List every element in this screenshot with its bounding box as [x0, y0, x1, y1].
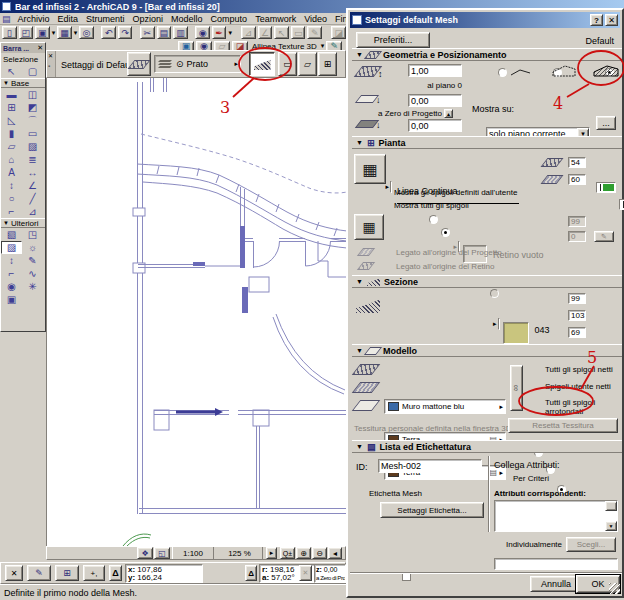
- edge-pen-field[interactable]: 54: [568, 157, 586, 168]
- allinea-dropdown-icon[interactable]: ▾: [321, 42, 325, 50]
- menu-strumenti[interactable]: Strumenti: [82, 14, 129, 24]
- coord-grid-button[interactable]: ⊞: [55, 565, 79, 581]
- delta-xy-button[interactable]: Δ: [109, 565, 122, 581]
- circle-tool[interactable]: ○: [1, 192, 22, 205]
- cut-button[interactable]: ✂: [140, 26, 155, 39]
- menu-computo[interactable]: Computo: [207, 14, 252, 24]
- marker-tool[interactable]: ⊿: [22, 205, 43, 218]
- section-modello-header[interactable]: ▼ Modello: [352, 344, 622, 357]
- column-tool[interactable]: ▮: [1, 127, 22, 140]
- wall-tool[interactable]: ▬: [1, 88, 22, 101]
- link-materials-button[interactable]: ∞: [510, 365, 523, 411]
- dimension2-tool[interactable]: ↕: [1, 254, 22, 267]
- section-pianta-header[interactable]: ▼ ⊞ Pianta: [352, 136, 622, 149]
- mesh-tool-active[interactable]: ▨: [1, 241, 22, 254]
- wand-tool-icon[interactable]: ↖: [274, 26, 289, 39]
- zoom-rect-button[interactable]: ◱: [154, 547, 170, 559]
- next-arrow-icon[interactable]: ▸: [266, 547, 277, 559]
- scale-indicator[interactable]: 1:100: [172, 547, 214, 559]
- base-elev-field[interactable]: 0,00: [408, 94, 462, 107]
- line-tool[interactable]: ╱: [22, 192, 43, 205]
- arc-tool[interactable]: ⌐: [1, 205, 22, 218]
- print-dropdown-icon[interactable]: ▾: [74, 29, 78, 37]
- frame-tool-icon[interactable]: ▭: [291, 26, 306, 39]
- link-tool-icon[interactable]: ◪: [331, 26, 346, 39]
- hammer-tool-icon[interactable]: ∠: [258, 26, 273, 39]
- angle-dimension-tool[interactable]: ∠: [22, 179, 43, 192]
- bottom-elev-field[interactable]: 0,00: [408, 119, 462, 132]
- geometry-method-rect-button[interactable]: ▭: [278, 52, 297, 76]
- shell-tool[interactable]: ⌒: [22, 114, 43, 127]
- annulla-button[interactable]: Annulla: [530, 576, 582, 592]
- cut-material-combo[interactable]: 043 ▸: [498, 318, 500, 330]
- lamp-tool[interactable]: ☼: [22, 241, 43, 254]
- coord-pen-button[interactable]: ✎: [27, 565, 51, 581]
- display-contour-radio[interactable]: [498, 68, 507, 77]
- top-material-combo[interactable]: Muro mattone blu ▸: [384, 399, 506, 414]
- beam-tool[interactable]: ▭: [22, 127, 43, 140]
- dimension-tool[interactable]: ↔: [22, 166, 43, 179]
- xy-coordinate-fields[interactable]: x: 107,86 y: 166,24: [125, 564, 203, 583]
- section-lista-header[interactable]: ▼ ▤ Lista ed Etichettatura: [352, 440, 622, 453]
- prev-view-button[interactable]: ◂: [328, 547, 342, 559]
- mesh-settings-button[interactable]: [127, 52, 151, 76]
- menu-teamwork[interactable]: Teamwork: [251, 14, 300, 24]
- individual-field[interactable]: [494, 558, 618, 570]
- zoom-level-indicator[interactable]: 125 %: [217, 547, 263, 559]
- fill-tool-button[interactable]: ▦: [354, 214, 384, 240]
- id-field[interactable]: Mesh-002: [378, 459, 482, 473]
- roof-tool[interactable]: ◺: [1, 114, 22, 127]
- user-edges-radio[interactable]: [429, 215, 438, 224]
- skylight-tool[interactable]: ◩: [22, 101, 43, 114]
- linetype-combo[interactable]: Linea Continua ▸: [390, 181, 392, 193]
- print-button[interactable]: ▦: [57, 26, 72, 39]
- layer-combo[interactable]: ⊙ Prato ▸: [154, 55, 241, 73]
- hotspot-tool[interactable]: ✳: [22, 280, 43, 293]
- elev-ref-combo[interactable]: a Zero di Progetto ▴: [378, 109, 453, 118]
- cut-bg-pen-field[interactable]: 69: [568, 327, 586, 338]
- sketch-tool[interactable]: ✎: [22, 254, 43, 267]
- paste-button[interactable]: ▥: [173, 26, 188, 39]
- scroll-up-icon[interactable]: [605, 501, 617, 511]
- camera-tool[interactable]: ▣: [1, 293, 22, 306]
- delta-ra-button[interactable]: Δ: [245, 565, 257, 581]
- mostra-su-more-button[interactable]: ...: [596, 116, 616, 130]
- navigate-button[interactable]: ◉: [195, 26, 210, 39]
- all-edges-radio[interactable]: [441, 228, 450, 237]
- section-sezione-header[interactable]: ▼ Sezione: [352, 275, 622, 288]
- coord-close-button[interactable]: ✕: [5, 565, 23, 581]
- stair-tool[interactable]: ≣: [22, 153, 43, 166]
- geometry-method-rot-rect-button[interactable]: ▱: [298, 52, 317, 76]
- z-coordinate-fields[interactable]: z: 0,00 a Zero di Progetto: [314, 564, 346, 583]
- z-lock-button[interactable]: ✕: [299, 565, 312, 581]
- pianta-tool-button[interactable]: ▦: [354, 154, 386, 184]
- zoom-out-button[interactable]: ⊖: [312, 547, 327, 559]
- mesh-height-field[interactable]: 1,00: [408, 64, 462, 77]
- redo-button[interactable]: ↷: [118, 26, 133, 39]
- document-icon[interactable]: ▤: [2, 14, 11, 24]
- geometry-method-grid-button[interactable]: ⊞: [318, 52, 337, 76]
- infobox-handle[interactable]: ✕ ▪: [47, 51, 56, 77]
- menu-video[interactable]: Video: [300, 14, 331, 24]
- level-dimension-tool[interactable]: ↕: [1, 179, 22, 192]
- infobox-close-icon[interactable]: ✕: [48, 52, 53, 59]
- zoom-plusminus-button[interactable]: Q±: [280, 547, 295, 559]
- zoom-in-button[interactable]: ⊕: [296, 547, 311, 559]
- copy-button[interactable]: ▤: [157, 26, 172, 39]
- detail-tool[interactable]: ◳: [22, 228, 43, 241]
- toolbox-close-icon[interactable]: ✕: [37, 44, 43, 52]
- menu-archivio[interactable]: Archivio: [14, 14, 54, 24]
- base-group-header[interactable]: ▼ Base: [1, 78, 45, 88]
- camera-path-tool[interactable]: ◉: [1, 280, 22, 293]
- new-button[interactable]: ▯: [2, 26, 17, 39]
- dialog-help-button[interactable]: ?: [590, 14, 603, 26]
- polyline-tool[interactable]: ⌐: [1, 267, 22, 280]
- elev-ref-popup-icon[interactable]: ▴: [444, 109, 453, 118]
- preferiti-button[interactable]: Preferiti...: [356, 32, 430, 48]
- infobox-collapse-icon[interactable]: ▪: [48, 63, 50, 69]
- drawing-area[interactable]: [46, 78, 346, 546]
- cut-pen-field[interactable]: 99: [568, 293, 586, 304]
- marquee-tool[interactable]: ▢: [22, 65, 43, 78]
- open-button[interactable]: ◰: [19, 26, 34, 39]
- menu-opzioni[interactable]: Opzioni: [129, 14, 168, 24]
